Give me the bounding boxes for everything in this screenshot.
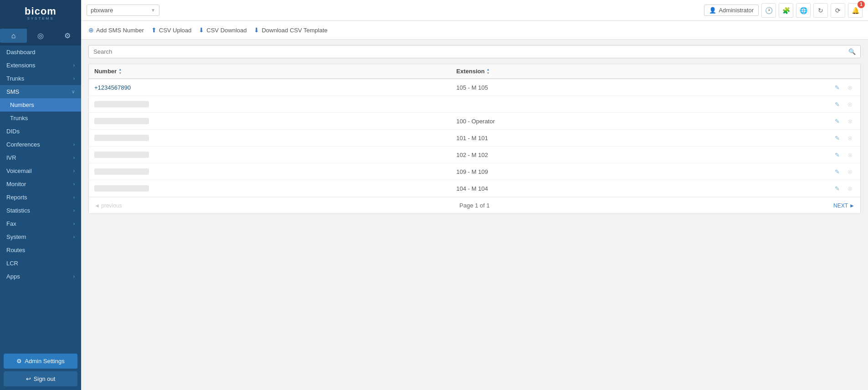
sidebar-item-voicemail[interactable]: Voicemail › — [0, 164, 81, 177]
sidebar-item-dashboard[interactable]: Dashboard — [0, 46, 81, 59]
gear-icon: ⚙ — [16, 358, 22, 365]
sidebar-item-trunks[interactable]: Trunks › — [0, 72, 81, 85]
cell-extension: 105 - M 105 — [457, 84, 819, 91]
edit-button[interactable]: ✎ — [832, 99, 842, 109]
home-icon-btn[interactable]: ⌂ — [0, 29, 27, 43]
sort-down-icon: ▼ — [487, 71, 490, 75]
sidebar-item-conferences[interactable]: Conferences › — [0, 138, 81, 151]
delete-button[interactable]: ⊗ — [845, 183, 855, 193]
plus-icon: ⊕ — [88, 26, 94, 34]
delete-button[interactable]: ⊗ — [845, 150, 855, 160]
sidebar-item-apps[interactable]: Apps › — [0, 270, 81, 283]
chevron-right-icon: › — [73, 182, 75, 187]
table-row: 101 - M 101 ✎ ⊗ — [89, 130, 860, 147]
sign-out-button[interactable]: ↩ Sign out — [4, 371, 77, 386]
network-icon-btn[interactable]: ◎ — [27, 29, 54, 43]
delete-button[interactable]: ⊗ — [845, 116, 855, 126]
sidebar-item-dids[interactable]: DIDs — [0, 125, 81, 138]
row-actions: ✎ ⊗ — [818, 183, 855, 193]
chevron-right-icon: › — [73, 63, 75, 68]
content-area: 🔍 Number ▲ ▼ Extension ▲ ▼ — [81, 40, 868, 390]
col-header-actions — [818, 68, 855, 75]
table-row: ✎ ⊗ — [89, 96, 860, 113]
chevron-right-icon: › — [73, 76, 75, 81]
delete-button[interactable]: ⊗ — [845, 133, 855, 143]
col-header-number[interactable]: Number ▲ ▼ — [94, 68, 457, 75]
table-row: 104 - M 104 ✎ ⊗ — [89, 180, 860, 197]
notification-btn[interactable]: 🔔 1 — [848, 3, 863, 18]
globe-settings-icon-btn[interactable]: 🧩 — [779, 3, 793, 18]
delete-button[interactable]: ⊗ — [845, 99, 855, 109]
edit-button[interactable]: ✎ — [832, 82, 842, 92]
row-actions: ✎ ⊗ — [818, 99, 855, 109]
sidebar-item-extensions[interactable]: Extensions › — [0, 59, 81, 72]
pbxware-select[interactable]: pbxware ▼ — [87, 5, 159, 16]
chevron-right-icon: › — [73, 155, 75, 160]
sidebar-item-reports[interactable]: Reports › — [0, 191, 81, 204]
row-actions: ✎ ⊗ — [818, 150, 855, 160]
nav-section: Dashboard Extensions › Trunks › SMS ∨ Nu… — [0, 46, 81, 350]
upload-icon: ⬆ — [151, 26, 157, 34]
sidebar-item-sms[interactable]: SMS ∨ — [0, 85, 81, 98]
sidebar-bottom: ⚙ Admin Settings ↩ Sign out — [0, 350, 81, 390]
sidebar-item-sms-trunks[interactable]: Trunks — [0, 111, 81, 125]
signout-icon: ↩ — [26, 375, 31, 382]
template-download-icon: ⬇ — [254, 26, 259, 34]
edit-button[interactable]: ✎ — [832, 133, 842, 143]
csv-upload-button[interactable]: ⬆ CSV Upload — [151, 25, 192, 35]
page-info: Page 1 of 1 — [459, 202, 490, 209]
sort-arrows-extension: ▲ ▼ — [487, 68, 490, 75]
row-actions: ✎ ⊗ — [818, 82, 855, 92]
csv-download-button[interactable]: ⬇ CSV Download — [199, 25, 247, 35]
col-header-extension[interactable]: Extension ▲ ▼ — [457, 68, 819, 75]
sync-icon-btn[interactable]: ⟳ — [831, 3, 845, 18]
delete-button[interactable]: ⊗ — [845, 82, 855, 92]
chevron-right-icon: › — [73, 168, 75, 173]
sidebar-item-lcr[interactable]: LCR — [0, 257, 81, 270]
delete-button[interactable]: ⊗ — [845, 167, 855, 177]
download-icon: ⬇ — [199, 26, 204, 34]
sidebar-item-fax[interactable]: Fax › — [0, 217, 81, 230]
sort-down-icon: ▼ — [118, 71, 122, 75]
gear-icon-btn[interactable]: ⚙ — [54, 29, 81, 43]
logo-area: bicom SYSTEMS — [0, 0, 81, 25]
clock-icon-btn[interactable]: 🕐 — [761, 3, 776, 18]
sidebar-item-sms-numbers[interactable]: Numbers — [0, 98, 81, 111]
sidebar-item-statistics[interactable]: Statistics › — [0, 204, 81, 217]
table-row: +1234567890 105 - M 105 ✎ ⊗ — [89, 79, 860, 96]
clock-icon: 🕐 — [765, 7, 773, 14]
edit-button[interactable]: ✎ — [832, 167, 842, 177]
row-actions: ✎ ⊗ — [818, 167, 855, 177]
cell-number-blurred — [94, 152, 149, 158]
sync-icon: ⟳ — [835, 7, 841, 14]
add-sms-number-button[interactable]: ⊕ Add SMS Number — [88, 25, 144, 35]
sidebar-item-ivr[interactable]: IVR › — [0, 151, 81, 164]
edit-button[interactable]: ✎ — [832, 150, 842, 160]
world-icon-btn[interactable]: 🌐 — [796, 3, 811, 18]
admin-settings-button[interactable]: ⚙ Admin Settings — [4, 354, 77, 369]
download-csv-template-button[interactable]: ⬇ Download CSV Template — [254, 25, 327, 35]
notification-badge: 1 — [858, 1, 865, 8]
search-bar: 🔍 — [88, 45, 861, 58]
refresh-icon-btn[interactable]: ↻ — [813, 3, 828, 18]
chevron-right-icon: › — [73, 208, 75, 213]
cell-number-blurred — [94, 118, 149, 124]
chevron-right-icon: › — [73, 142, 75, 147]
sidebar-item-system[interactable]: System › — [0, 230, 81, 243]
edit-button[interactable]: ✎ — [832, 116, 842, 126]
logo-sub: SYSTEMS — [25, 16, 56, 20]
pbxware-value: pbxware — [91, 7, 113, 14]
cell-extension: 109 - M 109 — [457, 168, 819, 175]
admin-dropdown[interactable]: 👤 Administrator — [704, 5, 759, 16]
sort-up-icon: ▲ — [118, 68, 122, 71]
next-page-button[interactable]: NEXT ► — [833, 203, 855, 209]
edit-button[interactable]: ✎ — [832, 183, 842, 193]
prev-page-button[interactable]: ◄ previous — [94, 203, 122, 209]
dropdown-arrow-icon: ▼ — [151, 8, 155, 13]
search-input[interactable] — [93, 48, 848, 55]
table-row: 109 - M 109 ✎ ⊗ — [89, 163, 860, 180]
sidebar-item-monitor[interactable]: Monitor › — [0, 177, 81, 191]
bell-icon: 🔔 — [852, 7, 859, 14]
sidebar: bicom SYSTEMS ⌂ ◎ ⚙ Dashboard Extensions… — [0, 0, 81, 390]
sidebar-item-routes[interactable]: Routes — [0, 243, 81, 257]
